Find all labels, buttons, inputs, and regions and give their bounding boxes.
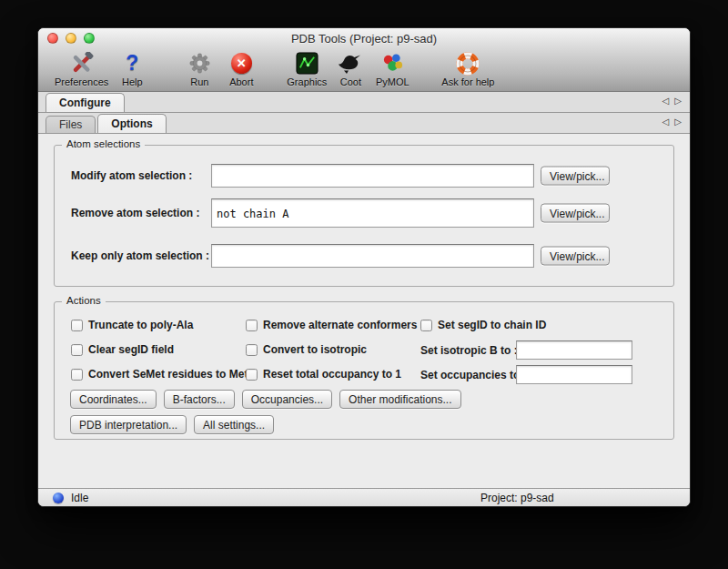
set-isotropic-b-input[interactable] — [516, 340, 632, 360]
checkbox-label: Remove alternate conformers — [263, 319, 417, 331]
toolbar-label: Ask for help — [441, 76, 494, 87]
toolbar-button-run[interactable]: Run — [181, 51, 217, 87]
checkbox-label: Convert SeMet residues to Met — [88, 368, 248, 381]
close-window-button[interactable] — [47, 33, 58, 44]
atom-selections-groupbox: Atom selections Modify atom selection : … — [54, 145, 674, 287]
graphics-icon — [296, 51, 318, 76]
set-isotropic-b-field: Set isotropic B to : — [420, 340, 659, 360]
abort-icon: ✕ — [231, 51, 252, 76]
other-modifications-button[interactable]: Other modifications... — [339, 390, 460, 409]
set-occupancies-field: Set occupancies to : — [420, 365, 659, 384]
options-panel: Atom selections Modify atom selection : … — [38, 134, 690, 488]
window-header: PDB Tools (Project: p9-sad) Preferences … — [38, 28, 690, 92]
convert-to-isotropic-checkbox[interactable]: Convert to isotropic — [246, 342, 367, 357]
remove-atom-selection-input[interactable] — [211, 198, 534, 228]
remove-atom-selection-row: Remove atom selection : View/pick... — [55, 198, 673, 228]
toolbar-label: Abort — [229, 76, 253, 87]
set-segid-to-chain-id-checkbox[interactable]: Set segID to chain ID — [420, 318, 546, 332]
life-ring-icon — [456, 51, 480, 76]
tab-configure[interactable]: Configure — [46, 93, 125, 112]
groupbox-title: Atom selections — [62, 138, 145, 149]
toolbar-button-preferences[interactable]: Preferences — [55, 51, 108, 87]
toolbar-button-help[interactable]: ? Help — [114, 51, 150, 87]
set-occupancies-label: Set occupancies to : — [420, 369, 527, 381]
set-isotropic-b-label: Set isotropic B to : — [420, 344, 518, 357]
checkbox-box[interactable] — [71, 369, 83, 381]
coot-bird-icon — [338, 51, 363, 76]
remove-atom-selection-label: Remove atom selection : — [71, 207, 199, 219]
toolbar-label: Help — [122, 76, 143, 87]
pdb-tools-window: PDB Tools (Project: p9-sad) Preferences … — [37, 27, 691, 507]
tab-label: Configure — [59, 97, 111, 109]
checkbox-box[interactable] — [420, 320, 432, 331]
checkbox-label: Set segID to chain ID — [438, 319, 546, 331]
status-text: Idle — [71, 492, 88, 504]
checkbox-label: Truncate to poly-Ala — [88, 319, 193, 331]
all-settings-button[interactable]: All settings... — [194, 415, 274, 434]
checkbox-box[interactable] — [71, 320, 83, 331]
tools-icon — [69, 51, 94, 76]
tab-scroll-left-icon[interactable]: ◁ — [662, 117, 670, 127]
status-bar: Idle Project: p9-sad — [38, 488, 690, 506]
toolbar-label: Graphics — [287, 76, 327, 87]
toolbar-label: PyMOL — [376, 76, 410, 87]
groupbox-title: Actions — [62, 295, 106, 306]
view-pick-button[interactable]: View/pick... — [541, 167, 610, 186]
view-pick-button[interactable]: View/pick... — [541, 204, 610, 223]
checkbox-box[interactable] — [246, 369, 258, 381]
toolbar-button-coot[interactable]: Coot — [332, 51, 369, 87]
tab-files[interactable]: Files — [46, 116, 96, 133]
toolbar-button-pymol[interactable]: PyMOL — [374, 51, 410, 87]
zoom-window-button[interactable] — [84, 33, 95, 44]
reset-total-occupancy-checkbox[interactable]: Reset total occupancy to 1 — [246, 367, 401, 381]
keep-only-atom-selection-row: Keep only atom selection : View/pick... — [55, 244, 673, 268]
truncate-poly-ala-checkbox[interactable]: Truncate to poly-Ala — [71, 318, 193, 332]
tab-pager: ◁ ▷ — [662, 96, 682, 106]
checkbox-label: Reset total occupancy to 1 — [263, 368, 401, 381]
coordinates-button[interactable]: Coordinates... — [70, 390, 157, 409]
tab-label: Options — [111, 117, 152, 130]
status-project-label: Project: p9-sad — [480, 492, 554, 504]
modify-atom-selection-row: Modify atom selection : View/pick... — [55, 164, 673, 188]
tab-scroll-left-icon[interactable]: ◁ — [662, 96, 670, 106]
checkbox-box[interactable] — [246, 320, 258, 331]
actions-buttons-row-1: Coordinates... B-factors... Occupancies.… — [70, 390, 461, 409]
status-indicator-icon — [53, 493, 64, 503]
keep-only-atom-selection-label: Keep only atom selection : — [71, 249, 209, 262]
modify-atom-selection-input[interactable] — [211, 164, 534, 188]
toolbar-button-abort[interactable]: ✕ Abort — [223, 51, 259, 87]
checkbox-box[interactable] — [71, 344, 83, 356]
toolbar-label: Coot — [340, 76, 361, 87]
toolbar-button-ask-for-help[interactable]: Ask for help — [441, 51, 494, 87]
titlebar[interactable]: PDB Tools (Project: p9-sad) — [38, 28, 690, 49]
tab-scroll-right-icon[interactable]: ▷ — [674, 117, 682, 127]
tab-label: Files — [59, 118, 82, 131]
remove-alternate-conformers-checkbox[interactable]: Remove alternate conformers — [246, 318, 417, 332]
keep-only-atom-selection-input[interactable] — [211, 244, 534, 268]
checkbox-box[interactable] — [246, 344, 258, 356]
tab-pager: ◁ ▷ — [662, 117, 682, 127]
clear-segid-field-checkbox[interactable]: Clear segID field — [71, 342, 174, 357]
checkbox-label: Clear segID field — [88, 343, 174, 356]
checkbox-label: Convert to isotropic — [263, 343, 367, 356]
inner-tabstrip: Files Options ◁ ▷ — [38, 113, 690, 134]
b-factors-button[interactable]: B-factors... — [164, 390, 235, 409]
help-icon: ? — [126, 51, 138, 76]
window-title: PDB Tools (Project: p9-sad) — [291, 32, 437, 46]
minimize-window-button[interactable] — [66, 33, 76, 44]
pdb-interpretation-button[interactable]: PDB interpretation... — [70, 415, 187, 434]
toolbar-button-graphics[interactable]: Graphics — [287, 51, 327, 87]
tab-options[interactable]: Options — [97, 114, 166, 133]
actions-groupbox: Actions Truncate to poly-Ala Remove alte… — [54, 301, 674, 440]
occupancies-button[interactable]: Occupancies... — [242, 390, 332, 409]
tab-scroll-right-icon[interactable]: ▷ — [674, 96, 682, 106]
outer-tabstrip: Configure ◁ ▷ — [38, 92, 690, 113]
gear-icon — [188, 51, 211, 76]
set-occupancies-input[interactable] — [516, 365, 632, 384]
toolbar-label: Run — [190, 76, 208, 87]
toolbar: Preferences ? Help — [38, 49, 690, 91]
view-pick-button[interactable]: View/pick... — [541, 247, 610, 266]
traffic-lights — [47, 33, 95, 44]
actions-buttons-row-2: PDB interpretation... All settings... — [70, 415, 274, 434]
convert-semet-to-met-checkbox[interactable]: Convert SeMet residues to Met — [71, 367, 248, 381]
